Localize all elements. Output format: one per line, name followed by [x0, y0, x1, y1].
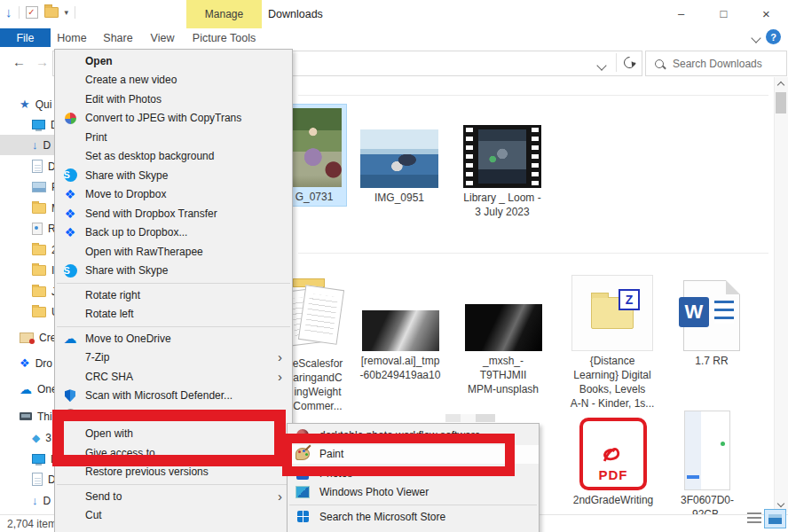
photo-viewer-icon: [296, 485, 310, 499]
microsoft-store-icon: [296, 510, 310, 524]
document-lines: [714, 301, 734, 324]
new-folder-icon[interactable]: [44, 7, 59, 18]
partial-thumbnail: [445, 414, 495, 422]
file-tile-video[interactable]: Library _ Loom - 3 July 2023: [461, 104, 543, 219]
file-tile-zip[interactable]: Z {Distance Learning} Digital Books, Lev…: [568, 275, 657, 411]
menu-item-move-to-dropbox[interactable]: Move to Dropbox: [55, 185, 292, 205]
folder-icon: [32, 245, 46, 255]
maximize-button[interactable]: □: [704, 0, 744, 27]
menu-separator: [289, 505, 537, 505]
dropbox-icon: ❖: [20, 357, 30, 369]
skype-icon: [63, 263, 77, 278]
desktop-icon: [32, 120, 45, 129]
scrollbar-thumb[interactable]: [776, 92, 786, 113]
search-icon: [655, 59, 664, 68]
annotation-highlight-open-with: [52, 410, 286, 466]
file-tile[interactable]: _mxsh_-T9THJMII MPM-unsplash: [461, 275, 545, 396]
zip-badge: Z: [619, 289, 640, 310]
folder-icon: [32, 203, 46, 214]
zip-folder-thumbnail: Z: [571, 275, 653, 351]
menu-item-scan-with-defender[interactable]: Scan with Microsoft Defender...: [55, 387, 292, 406]
file-tile[interactable]: [removal.ai]_tmp -60b249419aa10: [359, 275, 442, 382]
vertical-scrollbar[interactable]: [774, 77, 788, 512]
large-icons-view-button[interactable]: [764, 509, 786, 528]
collapse-ribbon-chevron-icon[interactable]: [753, 32, 761, 41]
photo-thumbnail: [465, 304, 542, 351]
file-name: 2ndGradeWriting: [573, 493, 654, 507]
file-tile-word[interactable]: W 1.7 RR: [676, 275, 747, 368]
submenu-item-search-microsoft-store[interactable]: Search the Microsoft Store: [288, 507, 539, 527]
file-tile[interactable]: 3F0607D0-92CB-: [667, 411, 747, 521]
file-name: [removal.ai]_tmp -60b249419aa10: [360, 354, 441, 382]
menu-item-cut[interactable]: Cut: [55, 506, 292, 526]
file-tile-pdf[interactable]: PDF 2ndGradeWriting: [575, 411, 651, 507]
thumbnail-view-icon: [768, 514, 782, 524]
submenu-item-windows-photo-viewer[interactable]: Windows Photo Viewer: [288, 483, 539, 503]
this-pc-icon: [20, 412, 32, 420]
minimize-button[interactable]: –: [661, 0, 701, 27]
dropbox-icon: [63, 225, 77, 239]
menu-item-send-to[interactable]: Send to: [55, 487, 292, 506]
quick-access-star-icon: ★: [20, 98, 30, 110]
close-button[interactable]: ×: [746, 0, 786, 27]
menu-item-7zip[interactable]: 7-Zip: [55, 348, 292, 368]
forward-button[interactable]: →: [35, 54, 49, 69]
back-button[interactable]: ←: [12, 54, 26, 69]
tab-share[interactable]: Share: [96, 28, 140, 47]
menu-item-convert-jpeg-copytrans[interactable]: Convert to JPEG with CopyTrans: [55, 109, 292, 129]
menu-item-share-with-skype[interactable]: Share with Skype: [55, 166, 292, 185]
menu-item-rotate-left[interactable]: Rotate left: [55, 305, 292, 325]
documents-icon: [32, 160, 43, 173]
menu-separator: [57, 326, 290, 327]
customize-toolbar-chevron-icon[interactable]: ▾: [65, 8, 69, 17]
file-explorer-window: ↓ ✓ ▾ Manage Downloads – □ × File Home S…: [0, 0, 788, 532]
tab-picture-tools[interactable]: Picture Tools: [186, 28, 262, 47]
menu-item-back-up-to-dropbox[interactable]: Back up to Dropbox...: [55, 223, 292, 243]
manage-contextual-tab[interactable]: Manage: [186, 0, 262, 28]
tab-home[interactable]: Home: [51, 28, 92, 47]
menu-item-open[interactable]: Open: [55, 51, 292, 71]
menu-separator: [57, 283, 290, 284]
title-bar: ↓ ✓ ▾ Manage Downloads – □ ×: [0, 0, 788, 28]
menu-item-crc-sha[interactable]: CRC SHA: [55, 367, 292, 387]
menu-item-open-with-rawtherapee[interactable]: Open with RawTherapee: [55, 242, 292, 262]
desktop-icon: [32, 454, 45, 464]
tab-file[interactable]: File: [0, 28, 51, 47]
group-separator-line: [298, 253, 768, 254]
search-box[interactable]: [645, 51, 787, 76]
menu-item-edit-with-photos[interactable]: Edit with Photos: [55, 90, 292, 109]
dropbox-icon: [63, 207, 77, 221]
photo-thumbnail: [287, 108, 342, 187]
address-bar-separator: [616, 53, 617, 72]
copytrans-icon: [63, 111, 77, 125]
file-name: G_0731: [296, 190, 334, 204]
address-dropdown-chevron-icon[interactable]: [598, 59, 605, 72]
file-name: 1.7 RR: [695, 354, 728, 368]
scroll-up-icon[interactable]: [774, 78, 788, 92]
folder-icon: [32, 286, 46, 297]
menu-item-rotate-right[interactable]: Rotate right: [55, 286, 292, 305]
properties-check-icon[interactable]: ✓: [26, 6, 38, 19]
toolbar-separator: [75, 6, 75, 19]
help-icon[interactable]: ?: [766, 29, 781, 44]
screenshot-thumbnail: [684, 411, 730, 490]
menu-item-send-with-dropbox-transfer[interactable]: Send with Dropbox Transfer: [55, 204, 292, 223]
file-name: _mxsh_-T9THJMII MPM-unsplash: [461, 354, 545, 396]
file-name: IMG_0951: [374, 191, 424, 205]
photo-thumbnail: [360, 129, 438, 188]
menu-item-share-with-skype[interactable]: Share with Skype: [55, 262, 292, 281]
file-name: Library _ Loom - 3 July 2023: [463, 191, 540, 219]
menu-item-create-new-video[interactable]: Create a new video: [55, 71, 292, 90]
details-view-button[interactable]: [747, 512, 761, 525]
window-title: Downloads: [268, 8, 323, 20]
tab-view[interactable]: View: [142, 28, 183, 47]
adobe-acrobat-logo: [598, 442, 628, 467]
annotation-highlight-paint: [282, 434, 515, 476]
menu-item-print[interactable]: Print: [55, 128, 292, 147]
file-tile[interactable]: IMG_0951: [359, 104, 440, 205]
group-separator-line: [298, 95, 768, 96]
menu-item-set-desktop-background[interactable]: Set as desktop background: [55, 147, 292, 167]
search-input[interactable]: [671, 57, 772, 71]
menu-item-move-to-onedrive[interactable]: Move to OneDrive: [55, 329, 292, 348]
pictures-icon: [32, 182, 46, 192]
